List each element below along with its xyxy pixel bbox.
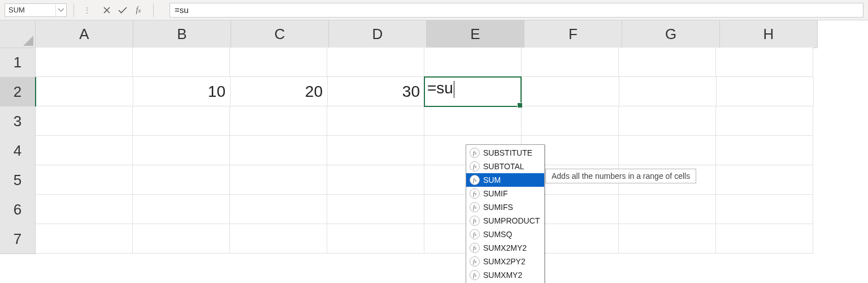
- cell-H2[interactable]: [717, 77, 814, 106]
- cell-C2[interactable]: 20: [231, 77, 328, 106]
- fx-icon: fx: [470, 229, 480, 239]
- autocomplete-item-label: SUMIF: [483, 189, 508, 198]
- autocomplete-item-sumsq[interactable]: fxSUMSQ: [466, 228, 544, 241]
- cell-G2[interactable]: [619, 77, 717, 106]
- formula-input[interactable]: =su: [170, 3, 863, 18]
- cell-C1[interactable]: [230, 48, 327, 77]
- cell-B1[interactable]: [133, 48, 230, 77]
- enter-button[interactable]: [115, 3, 131, 17]
- autocomplete-item-label: SUMX2PY2: [483, 257, 526, 266]
- autocomplete-item-sumproduct[interactable]: fxSUMPRODUCT: [466, 214, 544, 228]
- cell-B2[interactable]: 10: [133, 77, 231, 106]
- cell-B5[interactable]: [133, 165, 230, 195]
- cell-D6[interactable]: [327, 195, 424, 224]
- cell-A3[interactable]: [36, 106, 133, 136]
- cell-G3[interactable]: [619, 106, 716, 136]
- cell-B7[interactable]: [133, 224, 230, 254]
- cell-G6[interactable]: [619, 195, 716, 224]
- autocomplete-item-sumifs[interactable]: fxSUMIFS: [466, 200, 544, 214]
- fx-icon: fx: [470, 188, 480, 199]
- cell-C7[interactable]: [230, 224, 327, 254]
- cell-A5[interactable]: [36, 165, 133, 195]
- column-header-E[interactable]: E: [427, 20, 524, 48]
- cell-B4[interactable]: [133, 136, 230, 165]
- name-box-value[interactable]: SUM: [8, 6, 55, 14]
- column-header-B[interactable]: B: [133, 20, 231, 48]
- cell-D2[interactable]: 30: [328, 77, 425, 106]
- fx-icon: fx: [470, 161, 480, 171]
- cell-C6[interactable]: [230, 195, 327, 224]
- cell-G4[interactable]: [619, 136, 716, 165]
- insert-function-button[interactable]: fx: [131, 3, 146, 17]
- select-all-triangle-icon: [23, 36, 33, 46]
- cell-D3[interactable]: [327, 106, 424, 136]
- cell-A6[interactable]: [36, 195, 133, 224]
- column-header-H[interactable]: H: [720, 20, 818, 48]
- row-header-1[interactable]: 1: [0, 48, 36, 78]
- autocomplete-item-sum[interactable]: fxSUM: [466, 173, 544, 187]
- cell-E3[interactable]: [424, 106, 522, 136]
- cell-A2[interactable]: [36, 77, 133, 106]
- cell-G7[interactable]: [619, 224, 716, 254]
- cell-H4[interactable]: [716, 136, 813, 165]
- autocomplete-item-label: SUMSQ: [483, 230, 512, 239]
- column-header-F[interactable]: F: [524, 20, 622, 48]
- cell-A7[interactable]: [36, 224, 133, 254]
- cell-D5[interactable]: [327, 165, 424, 195]
- select-all-corner[interactable]: [0, 20, 36, 48]
- cell-F3[interactable]: [522, 106, 619, 136]
- spreadsheet-grid: ABCDEFGH 1210203034567 =su fxSUBSTITUTEf…: [0, 20, 868, 254]
- cell-C4[interactable]: [230, 136, 327, 165]
- divider: [73, 3, 74, 17]
- column-header-G[interactable]: G: [622, 20, 720, 48]
- fx-icon: fx: [136, 6, 141, 15]
- row-header-3[interactable]: 3: [0, 106, 36, 136]
- cell-F1[interactable]: [522, 48, 619, 77]
- function-tooltip: Adds all the numbers in a range of cells: [545, 169, 696, 183]
- row-header-4[interactable]: 4: [0, 136, 36, 166]
- row-header-5[interactable]: 5: [0, 165, 36, 195]
- function-autocomplete-list[interactable]: fxSUBSTITUTEfxSUBTOTALfxSUMfxSUMIFfxSUMI…: [466, 144, 545, 283]
- cell-D7[interactable]: [327, 224, 424, 254]
- cell-C3[interactable]: [230, 106, 327, 136]
- formula-bar: SUM ⋮ fx =su: [0, 0, 868, 20]
- cell-D1[interactable]: [327, 48, 424, 77]
- autocomplete-item-substitute[interactable]: fxSUBSTITUTE: [466, 146, 544, 160]
- close-icon: [103, 7, 110, 14]
- column-header-C[interactable]: C: [231, 20, 329, 48]
- autocomplete-item-label: SUMPRODUCT: [483, 216, 540, 225]
- fx-icon: fx: [470, 148, 480, 158]
- cell-H6[interactable]: [716, 195, 813, 224]
- fx-icon: fx: [470, 256, 480, 267]
- column-header-A[interactable]: A: [36, 20, 133, 48]
- cell-C5[interactable]: [230, 165, 327, 195]
- cell-A4[interactable]: [36, 136, 133, 165]
- cancel-button[interactable]: [99, 3, 115, 17]
- autocomplete-item-sumxmy2[interactable]: fxSUMXMY2: [466, 268, 544, 282]
- autocomplete-item-subtotal[interactable]: fxSUBTOTAL: [466, 160, 544, 173]
- row-header-7[interactable]: 7: [0, 224, 36, 254]
- cell-H7[interactable]: [716, 224, 813, 254]
- cell-G1[interactable]: [619, 48, 716, 77]
- cell-E1[interactable]: [424, 48, 522, 77]
- autocomplete-item-sumif[interactable]: fxSUMIF: [466, 187, 544, 200]
- cell-A1[interactable]: [36, 48, 133, 77]
- column-header-row: ABCDEFGH: [0, 20, 868, 48]
- row-header-6[interactable]: 6: [0, 195, 36, 225]
- autocomplete-item-sumx2my2[interactable]: fxSUMX2MY2: [466, 241, 544, 255]
- cell-D4[interactable]: [327, 136, 424, 165]
- autocomplete-item-label: SUMIFS: [483, 203, 513, 212]
- row-header-2[interactable]: 2: [0, 77, 36, 107]
- name-box[interactable]: SUM: [5, 3, 67, 17]
- fx-icon: fx: [470, 243, 480, 253]
- cell-H5[interactable]: [716, 165, 813, 195]
- cell-B3[interactable]: [133, 106, 230, 136]
- cell-B6[interactable]: [133, 195, 230, 224]
- cell-E2[interactable]: [425, 77, 522, 106]
- name-box-dropdown[interactable]: [55, 4, 66, 16]
- column-header-D[interactable]: D: [329, 20, 427, 48]
- cell-H3[interactable]: [716, 106, 813, 136]
- autocomplete-item-sumx2py2[interactable]: fxSUMX2PY2: [466, 255, 544, 268]
- cell-F2[interactable]: [522, 77, 619, 106]
- cell-H1[interactable]: [716, 48, 813, 77]
